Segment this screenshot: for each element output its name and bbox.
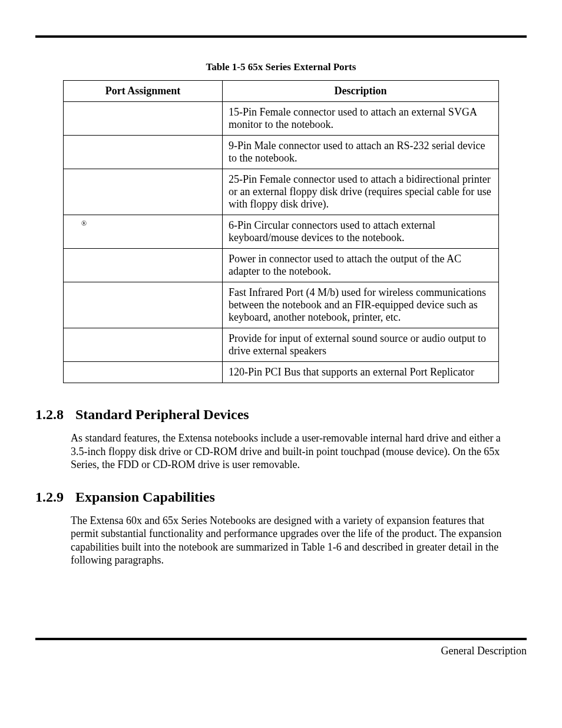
table-row: Provide for input of external sound sour… [64, 328, 499, 362]
table-row: 9-Pin Male connector used to attach an R… [64, 136, 499, 169]
cell-desc: Power in connector used to attach the ou… [223, 249, 499, 282]
cell-port [64, 249, 223, 282]
cell-port [64, 136, 223, 169]
table-row: Power in connector used to attach the ou… [64, 249, 499, 282]
cell-port [64, 102, 223, 136]
ports-table: Port Assignment Description 15-Pin Femal… [63, 80, 499, 383]
section-heading-128: 1.2.8 Standard Peripheral Devices [35, 407, 527, 423]
section-body-129: The Extensa 60x and 65x Series Notebooks… [71, 514, 507, 567]
th-port: Port Assignment [64, 81, 223, 102]
cell-desc: 120-Pin PCI Bus that supports an externa… [223, 362, 499, 383]
cell-desc: Provide for input of external sound sour… [223, 328, 499, 362]
cell-desc: 6-Pin Circular connectors used to attach… [223, 215, 499, 249]
cell-desc: 25-Pin Female connector used to attach a… [223, 169, 499, 215]
registered-icon: ® [70, 219, 87, 228]
cell-port [64, 169, 223, 215]
cell-desc: Fast Infrared Port (4 M/b) used for wire… [223, 282, 499, 328]
table-row: 15-Pin Female connector used to attach a… [64, 102, 499, 136]
section-body-128: As standard features, the Extensa notebo… [71, 431, 507, 472]
cell-port [64, 362, 223, 383]
section-number: 1.2.9 [35, 489, 64, 505]
table-row: 25-Pin Female connector used to attach a… [64, 169, 499, 215]
table-row: 120-Pin PCI Bus that supports an externa… [64, 362, 499, 383]
cell-desc: 15-Pin Female connector used to attach a… [223, 102, 499, 136]
cell-port [64, 328, 223, 362]
cell-port [64, 282, 223, 328]
section-title: Standard Peripheral Devices [75, 407, 249, 422]
cell-port: ® [64, 215, 223, 249]
table-row: Fast Infrared Port (4 M/b) used for wire… [64, 282, 499, 328]
cell-desc: 9-Pin Male connector used to attach an R… [223, 136, 499, 169]
table-row: ® 6-Pin Circular connectors used to atta… [64, 215, 499, 249]
footer-text: General Description [35, 640, 527, 657]
table-caption: Table 1-5 65x Series External Ports [35, 61, 527, 73]
section-title: Expansion Capabilities [75, 489, 215, 505]
section-number: 1.2.8 [35, 407, 64, 423]
top-rule [35, 35, 527, 38]
section-heading-129: 1.2.9 Expansion Capabilities [35, 489, 527, 505]
th-desc: Description [223, 81, 499, 102]
